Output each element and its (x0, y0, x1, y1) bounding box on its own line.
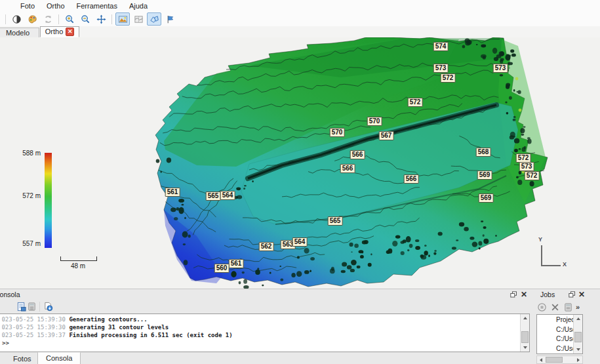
axis-x-line (541, 265, 561, 266)
contour-label: 572 (408, 98, 423, 107)
contour-label: 567 (379, 131, 394, 140)
contour-label: 561 (229, 259, 244, 268)
contour-label: 566 (340, 164, 355, 173)
console-float-icon[interactable] (510, 291, 517, 298)
zoom-in-icon[interactable] (62, 12, 77, 26)
menu-item-ajuda[interactable]: Ajuda (123, 1, 153, 11)
execute-script-icon[interactable] (43, 302, 53, 312)
toolbar-overflow-icon[interactable]: » (576, 303, 580, 311)
menu-item-foto[interactable]: Foto (14, 1, 41, 11)
pause-job-icon[interactable] (536, 302, 547, 312)
scroll-left-icon[interactable] (537, 356, 545, 363)
scroll-up-icon[interactable] (521, 314, 529, 322)
jobs-row[interactable]: Projec (537, 315, 574, 325)
toolbar-separator (39, 302, 40, 312)
scrollbar-thumb[interactable] (574, 332, 582, 342)
log-timestamp: 2023-05-25 15:39:30 (2, 324, 66, 331)
contour-label: 573 (519, 162, 534, 171)
jobs-rows: ProjecC:/UseC:/UseC:/Use (537, 315, 574, 354)
pan-navigation-icon[interactable] (94, 12, 108, 26)
log-timestamp: 2023-05-25 15:39:30 (2, 316, 66, 323)
contour-label: 570 (367, 117, 382, 126)
clear-console-icon[interactable] (26, 302, 37, 312)
console-close-icon[interactable]: ✕ (520, 291, 528, 298)
scrollbar-thumb[interactable] (521, 331, 529, 343)
jobs-titlebar: Jobs ✕ (536, 289, 600, 300)
scroll-right-icon[interactable] (574, 356, 582, 363)
console-toolbar (0, 300, 529, 313)
contour-label: 561 (165, 188, 180, 197)
jobs-row[interactable]: C:/Use (537, 344, 574, 354)
scale-bar-label: 48 m (60, 262, 96, 270)
tab-close-icon[interactable]: ✕ (66, 28, 74, 36)
contour-label: 574 (433, 42, 449, 51)
jobs-hscrollbar[interactable] (536, 355, 583, 364)
jobs-list[interactable]: ProjecC:/UseC:/UseC:/Use (536, 314, 583, 354)
toolbar-separator (5, 14, 6, 24)
tab-modelo[interactable]: Modelo (0, 28, 39, 37)
flag-markers-icon[interactable] (163, 12, 177, 26)
toolbar-separator (58, 14, 59, 24)
palette-icon[interactable] (25, 12, 39, 26)
log-timestamp: 2023-05-25 15:39:37 (2, 332, 66, 338)
scrollbar-thumb[interactable] (546, 357, 563, 363)
jobs-toolbar: » (536, 300, 600, 314)
bottom-tab-bar: Fotos Consola (0, 353, 529, 364)
seamlines-icon[interactable] (131, 12, 146, 26)
main-toolbar (0, 12, 600, 27)
contour-label: 566 (404, 174, 419, 184)
console-prompt: >> (2, 339, 519, 347)
console-line: 2023-05-25 15:39:30 generating 31 contou… (2, 323, 519, 331)
job-settings-icon[interactable] (563, 302, 573, 312)
contour-label: 562 (259, 242, 274, 251)
rotate-update-icon[interactable] (41, 12, 55, 26)
contour-label: 566 (350, 150, 365, 159)
log-message: Finished processing in 6.511 sec (exit c… (69, 332, 232, 338)
elevation-colorbar (45, 153, 52, 248)
scale-bar (60, 256, 97, 261)
console-title: Consola (0, 291, 20, 298)
contour-label: 565 (206, 192, 221, 201)
colorbar-mid-label: 572 m (9, 192, 41, 199)
colorbar-min-label: 557 m (9, 240, 41, 247)
console-output[interactable]: 2023-05-25 15:39:30 Generating contours.… (0, 313, 530, 352)
scroll-up-icon[interactable] (574, 315, 582, 323)
contour-label: 572 (441, 73, 456, 83)
scroll-down-icon[interactable] (521, 344, 529, 352)
contour-label: 572 (525, 171, 540, 180)
save-log-icon[interactable] (16, 302, 26, 312)
jobs-row[interactable]: C:/Use (537, 325, 574, 335)
orthophoto-view-icon[interactable] (115, 12, 130, 26)
document-tab-bar: Modelo Ortho ✕ (0, 26, 600, 38)
tab-fotos[interactable]: Fotos (13, 355, 31, 363)
tab-consola[interactable]: Consola (37, 352, 81, 364)
zoom-out-icon[interactable] (78, 12, 92, 26)
console-line: 2023-05-25 15:39:30 Generating contours.… (2, 315, 519, 323)
contour-label: 565 (328, 216, 343, 226)
jobs-vscrollbar[interactable] (573, 315, 582, 354)
jobs-row[interactable]: C:/Use (537, 334, 574, 344)
console-line: 2023-05-25 15:39:37 Finished processing … (2, 331, 519, 339)
console-log: 2023-05-25 15:39:30 Generating contours.… (2, 315, 519, 352)
tab-ortho-label: Ortho (45, 27, 64, 37)
cancel-job-icon[interactable] (550, 302, 560, 312)
contour-label: 568 (476, 148, 491, 157)
jobs-float-icon[interactable] (568, 291, 576, 298)
console-scrollbar[interactable] (520, 314, 529, 352)
toolbar-separator (111, 14, 112, 24)
contour-label: 572 (516, 153, 531, 163)
scroll-down-icon[interactable] (574, 346, 582, 354)
contour-label: 569 (477, 171, 492, 180)
ortho-map (0, 37, 600, 289)
menu-item-ortho[interactable]: Ortho (41, 1, 71, 11)
contour-label: 564 (292, 237, 308, 247)
jobs-close-icon[interactable]: ✕ (578, 291, 586, 298)
ortho-viewport[interactable]: 5745735725735725705705675665665665685695… (0, 37, 600, 289)
menu-bar: FotoOrthoFerramentasAjuda (0, 0, 600, 12)
contrast-icon[interactable] (9, 12, 24, 26)
tab-ortho[interactable]: Ortho ✕ (40, 26, 79, 37)
console-titlebar: Consola ✕ (0, 289, 529, 300)
shapes-polygons-icon[interactable] (147, 12, 161, 26)
menu-item-ferramentas[interactable]: Ferramentas (71, 1, 123, 11)
log-message: generating 31 contour levels (69, 324, 169, 331)
